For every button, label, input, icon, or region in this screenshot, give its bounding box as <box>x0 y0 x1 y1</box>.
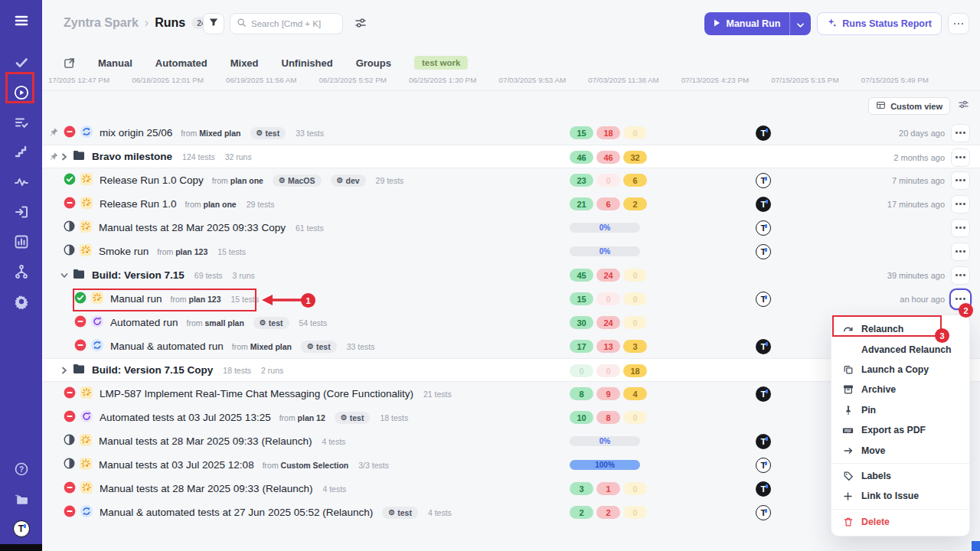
row-more-button[interactable] <box>951 290 970 308</box>
run-name[interactable]: Automated run <box>110 317 178 328</box>
run-name[interactable]: Manual & automated run <box>110 341 224 352</box>
run-name[interactable]: Automated tests at 03 Jul 2025 13:25 <box>100 412 271 423</box>
other-count-pill: 4 <box>623 387 647 400</box>
config-badge[interactable]: ⚙test <box>382 507 418 519</box>
menu-item-labels[interactable]: Labels <box>831 466 969 486</box>
filter-button[interactable] <box>203 13 224 34</box>
assignee-avatar[interactable]: T <box>756 339 771 354</box>
run-name[interactable]: LMP-587 Implement Real-Time Chat Messagi… <box>100 388 413 399</box>
assignee-avatar[interactable]: T <box>756 505 771 520</box>
assignee-avatar[interactable]: T <box>756 292 771 307</box>
run-name[interactable]: mix origin 25/06 <box>100 127 172 139</box>
menu-item-delete[interactable]: Delete <box>831 512 969 532</box>
failed-count-pill: 24 <box>596 316 620 329</box>
runs-board-icon[interactable] <box>64 57 75 69</box>
header-more-button[interactable] <box>948 13 969 34</box>
run-name[interactable]: Manual tests at 28 Mar 2025 09:33 (Relau… <box>99 435 312 447</box>
sidebar-item-list-check[interactable] <box>0 107 42 137</box>
config-badge[interactable]: ⚙dev <box>331 174 366 187</box>
run-name[interactable]: Release Run 1.0 <box>100 198 177 210</box>
row-more-button[interactable] <box>951 195 970 214</box>
chevron-right-icon[interactable] <box>60 153 68 161</box>
menu-item-relaunch[interactable]: Relaunch <box>831 319 969 339</box>
config-badge[interactable]: ⚙test <box>253 317 289 329</box>
assignee-avatar[interactable]: T <box>756 244 771 259</box>
tab-groups[interactable]: Groups <box>356 57 391 69</box>
assignee-avatar[interactable]: T <box>756 126 771 141</box>
sidebar-avatar[interactable]: T <box>13 520 30 537</box>
run-name[interactable]: Manual run <box>110 293 162 305</box>
runs-status-report-button[interactable]: Runs Status Report <box>817 12 942 35</box>
run-name[interactable]: Manual tests at 28 Mar 2025 09:33 Copy <box>99 222 286 233</box>
run-name[interactable]: Manual & automated tests at 27 Jun 2025 … <box>100 507 373 518</box>
run-name[interactable]: Release Run 1.0 Copy <box>100 174 204 186</box>
row-left: Manual tests at 28 Mar 2025 09:33 (Relau… <box>42 434 345 449</box>
menu-item-launch-a-copy[interactable]: Launch a Copy <box>831 360 969 380</box>
sidebar-item-checkmark[interactable] <box>0 47 42 77</box>
manual-run-dropdown[interactable] <box>790 12 811 35</box>
breadcrumb-project[interactable]: Zyntra Spark <box>64 16 139 30</box>
tab-automated[interactable]: Automated <box>155 57 207 69</box>
other-count-pill: 2 <box>623 197 647 210</box>
assignee-avatar[interactable]: T <box>756 220 771 236</box>
run-name[interactable]: Manual tests at 03 Jul 2025 12:08 <box>99 459 254 471</box>
assignee-avatar[interactable]: T <box>756 173 771 188</box>
assignee-avatar[interactable]: T <box>756 481 771 497</box>
sidebar-item-steps[interactable] <box>0 137 42 167</box>
config-badge-label: test <box>397 508 412 517</box>
row-more-button[interactable] <box>951 124 970 142</box>
tab-unfinished[interactable]: Unfinished <box>282 57 333 69</box>
manual-run-icon <box>80 434 92 449</box>
sidebar-item-play-circle[interactable] <box>0 77 42 107</box>
sidebar-item-import[interactable] <box>0 197 42 227</box>
assignee-avatar[interactable]: T <box>756 386 771 402</box>
custom-view-button[interactable]: Custom view <box>868 97 950 115</box>
folders-icon[interactable] <box>13 491 30 507</box>
run-timestamp: 39 minutes ago <box>887 263 945 287</box>
adjustments-icon[interactable] <box>354 17 367 32</box>
row-more-button[interactable] <box>951 219 970 237</box>
assignee-avatar[interactable]: T <box>756 197 771 212</box>
chevron-right-icon[interactable] <box>60 367 68 374</box>
assignee-avatar[interactable]: T <box>756 458 771 473</box>
run-name[interactable]: Build: Version 7.15 Copy <box>92 364 213 376</box>
config-badge[interactable]: ⚙test <box>250 127 286 139</box>
run-name[interactable]: Bravo milestone <box>92 151 172 162</box>
search-box[interactable] <box>230 13 343 34</box>
sidebar-item-gear[interactable] <box>0 286 42 316</box>
view-adjust-icon[interactable] <box>958 99 969 113</box>
row-more-button[interactable] <box>951 266 970 285</box>
help-icon[interactable]: ? <box>13 461 30 478</box>
menu-item-move[interactable]: Move <box>831 440 969 460</box>
active-filter-badge[interactable]: test work <box>414 56 469 70</box>
menu-item-link-to-issue[interactable]: Link to Issue <box>831 486 969 506</box>
sidebar-item-branch[interactable] <box>0 256 42 286</box>
menu-item-archive[interactable]: Archive <box>831 380 969 399</box>
row-more-button[interactable] <box>951 148 970 167</box>
search-input[interactable] <box>251 19 335 28</box>
menu-item-label: Link to Issue <box>861 491 919 501</box>
sidebar-item-bar-chart[interactable] <box>0 227 42 256</box>
hamburger-menu-icon[interactable] <box>13 12 30 29</box>
passed-count-pill: 15 <box>570 126 593 139</box>
row-more-button[interactable] <box>951 243 970 261</box>
manual-run-split-button[interactable]: Manual Run <box>704 12 811 35</box>
menu-item-pin[interactable]: Pin <box>831 400 969 420</box>
menu-item-export-as-pdf[interactable]: PDFExport as PDF <box>831 420 969 440</box>
tab-manual[interactable]: Manual <box>98 57 132 69</box>
chevron-down-icon[interactable] <box>60 272 68 279</box>
menu-item-advanced-relaunch[interactable]: Advanced Relaunch <box>831 339 969 359</box>
assignee-avatar[interactable]: T <box>756 434 771 449</box>
run-name[interactable]: Manual tests at 28 Mar 2025 09:33 (Relau… <box>100 483 312 494</box>
run-timestamp: an hour ago <box>900 287 945 311</box>
sidebar-item-activity[interactable] <box>0 167 42 197</box>
run-name[interactable]: Build: Version 7.15 <box>92 269 185 281</box>
config-badge[interactable]: ⚙test <box>335 412 371 424</box>
run-name[interactable]: Smoke run <box>99 246 149 257</box>
row-left: Automated tests at 03 Jul 2025 13:25from… <box>42 410 408 425</box>
row-more-button[interactable] <box>951 171 970 190</box>
tab-mixed[interactable]: Mixed <box>230 57 259 69</box>
run-stats: 30240 <box>570 311 647 334</box>
config-badge[interactable]: ⚙test <box>301 341 337 353</box>
config-badge[interactable]: ⚙MacOS <box>273 174 322 187</box>
